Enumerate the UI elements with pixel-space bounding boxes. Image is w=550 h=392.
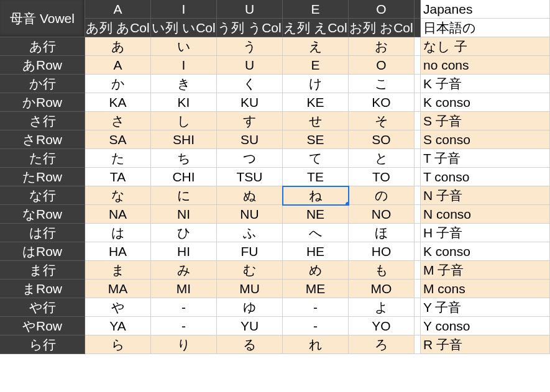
table-cell[interactable]: そ bbox=[349, 112, 415, 130]
row-header[interactable]: なRow bbox=[0, 205, 85, 224]
table-cell[interactable]: HE bbox=[283, 242, 349, 261]
row-header[interactable]: あ行 bbox=[0, 37, 85, 56]
table-cell[interactable]: か bbox=[85, 75, 151, 93]
note-cell[interactable]: T 子音 bbox=[421, 149, 550, 168]
table-cell[interactable]: ら bbox=[85, 335, 151, 354]
table-cell[interactable]: ろ bbox=[349, 335, 415, 354]
table-cell[interactable]: へ bbox=[283, 224, 349, 242]
row-header[interactable]: さRow bbox=[0, 130, 85, 149]
table-cell[interactable]: つ bbox=[217, 149, 283, 168]
table-cell[interactable]: MO bbox=[349, 280, 415, 298]
table-cell[interactable]: - bbox=[151, 317, 217, 335]
note-cell[interactable]: R 子音 bbox=[421, 335, 550, 354]
table-cell[interactable]: く bbox=[217, 75, 283, 93]
table-cell[interactable]: MA bbox=[85, 280, 151, 298]
table-cell[interactable]: NI bbox=[151, 205, 217, 224]
table-cell[interactable]: て bbox=[283, 149, 349, 168]
table-cell[interactable]: U bbox=[217, 56, 283, 75]
row-header[interactable]: な行 bbox=[0, 186, 85, 205]
table-cell[interactable]: こ bbox=[349, 75, 415, 93]
table-cell[interactable]: YU bbox=[217, 317, 283, 335]
row-header[interactable]: あRow bbox=[0, 56, 85, 75]
row-header[interactable]: かRow bbox=[0, 93, 85, 112]
row-header[interactable]: たRow bbox=[0, 168, 85, 186]
row-header[interactable]: や行 bbox=[0, 298, 85, 317]
table-cell[interactable]: SE bbox=[283, 130, 349, 149]
col-header-o[interactable]: O bbox=[349, 0, 415, 19]
table-cell[interactable]: ふ bbox=[217, 224, 283, 242]
table-cell[interactable]: KA bbox=[85, 93, 151, 112]
table-cell[interactable]: KE bbox=[283, 93, 349, 112]
note-cell[interactable]: K conso bbox=[421, 242, 550, 261]
table-cell[interactable]: た bbox=[85, 149, 151, 168]
note-cell[interactable]: S conso bbox=[421, 130, 550, 149]
table-cell[interactable]: は bbox=[85, 224, 151, 242]
note-cell[interactable]: T conso bbox=[421, 168, 550, 186]
note-cell[interactable]: Y conso bbox=[421, 317, 550, 335]
table-cell[interactable]: NU bbox=[217, 205, 283, 224]
table-cell[interactable]: れ bbox=[283, 335, 349, 354]
row-header[interactable]: やRow bbox=[0, 317, 85, 335]
table-cell[interactable]: SO bbox=[349, 130, 415, 149]
col-subheader-e[interactable]: え列 えCol bbox=[283, 19, 349, 37]
table-cell[interactable]: TSU bbox=[217, 168, 283, 186]
table-cell[interactable]: ま bbox=[85, 261, 151, 280]
table-cell[interactable]: あ bbox=[85, 37, 151, 56]
note-header-2[interactable]: 日本語の bbox=[421, 19, 550, 37]
table-cell[interactable]: ME bbox=[283, 280, 349, 298]
table-cell[interactable]: MI bbox=[151, 280, 217, 298]
table-cell[interactable]: ほ bbox=[349, 224, 415, 242]
table-cell[interactable]: う bbox=[217, 37, 283, 56]
table-cell[interactable]: む bbox=[217, 261, 283, 280]
table-cell[interactable]: SHI bbox=[151, 130, 217, 149]
table-cell[interactable]: に bbox=[151, 186, 217, 205]
table-cell[interactable]: TE bbox=[283, 168, 349, 186]
note-cell[interactable]: K conso bbox=[421, 93, 550, 112]
table-cell[interactable]: NO bbox=[349, 205, 415, 224]
note-cell[interactable]: S 子音 bbox=[421, 112, 550, 130]
row-header[interactable]: さ行 bbox=[0, 112, 85, 130]
note-cell[interactable]: N 子音 bbox=[421, 186, 550, 205]
table-cell[interactable]: KI bbox=[151, 93, 217, 112]
table-cell[interactable]: NE bbox=[283, 205, 349, 224]
table-cell[interactable]: TA bbox=[85, 168, 151, 186]
selection-handle[interactable] bbox=[346, 202, 349, 205]
row-header[interactable]: か行 bbox=[0, 75, 85, 93]
table-cell[interactable]: HO bbox=[349, 242, 415, 261]
row-header[interactable]: まRow bbox=[0, 280, 85, 298]
col-header-u[interactable]: U bbox=[217, 0, 283, 19]
note-cell[interactable]: M cons bbox=[421, 280, 550, 298]
row-header[interactable]: ま行 bbox=[0, 261, 85, 280]
table-cell[interactable]: い bbox=[151, 37, 217, 56]
table-cell[interactable]: E bbox=[283, 56, 349, 75]
table-cell[interactable]: み bbox=[151, 261, 217, 280]
row-header[interactable]: はRow bbox=[0, 242, 85, 261]
table-cell[interactable]: し bbox=[151, 112, 217, 130]
table-cell[interactable]: ね bbox=[283, 186, 349, 205]
table-cell[interactable]: さ bbox=[85, 112, 151, 130]
table-cell[interactable]: る bbox=[217, 335, 283, 354]
table-cell[interactable]: CHI bbox=[151, 168, 217, 186]
note-header-1[interactable]: Japanes bbox=[421, 0, 550, 19]
table-cell[interactable]: NA bbox=[85, 205, 151, 224]
table-cell[interactable]: FU bbox=[217, 242, 283, 261]
table-cell[interactable]: - bbox=[283, 317, 349, 335]
table-cell[interactable]: YA bbox=[85, 317, 151, 335]
table-cell[interactable]: HI bbox=[151, 242, 217, 261]
col-subheader-i[interactable]: い列 いCol bbox=[151, 19, 217, 37]
table-cell[interactable]: ち bbox=[151, 149, 217, 168]
note-cell[interactable]: Y 子音 bbox=[421, 298, 550, 317]
note-cell[interactable]: H 子音 bbox=[421, 224, 550, 242]
table-cell[interactable]: YO bbox=[349, 317, 415, 335]
table-cell[interactable]: よ bbox=[349, 298, 415, 317]
note-cell[interactable]: N conso bbox=[421, 205, 550, 224]
table-cell[interactable]: KU bbox=[217, 93, 283, 112]
table-cell[interactable]: も bbox=[349, 261, 415, 280]
table-cell[interactable]: え bbox=[283, 37, 349, 56]
table-cell[interactable]: け bbox=[283, 75, 349, 93]
table-cell[interactable]: り bbox=[151, 335, 217, 354]
table-cell[interactable]: せ bbox=[283, 112, 349, 130]
table-cell[interactable]: - bbox=[151, 298, 217, 317]
table-cell[interactable]: き bbox=[151, 75, 217, 93]
note-cell[interactable]: なし 子 bbox=[421, 37, 550, 56]
